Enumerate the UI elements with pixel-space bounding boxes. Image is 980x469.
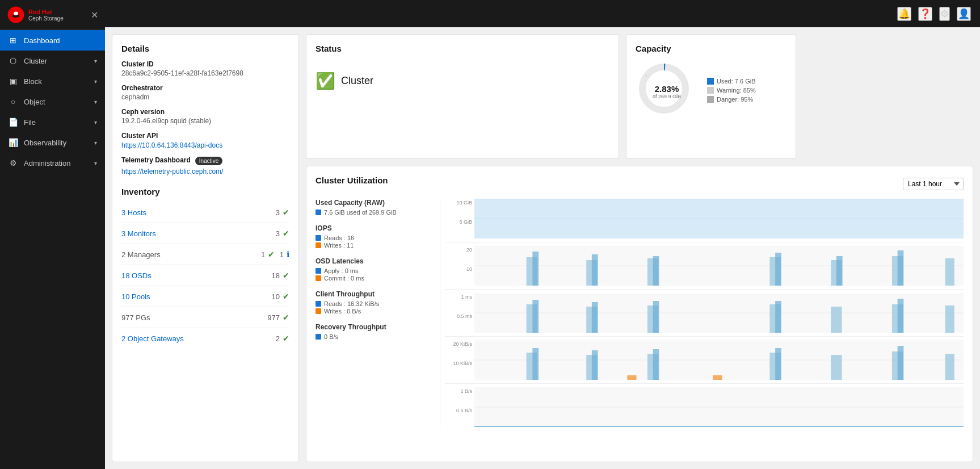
svg-rect-49	[831, 355, 842, 380]
blue-swatch	[316, 334, 321, 340]
sidebar-item-label: Cluster	[24, 57, 47, 65]
check-icon: ✔	[283, 271, 289, 280]
warning-label: Warning: 85%	[717, 87, 756, 94]
sidebar-item-block[interactable]: ▣ Block ▾	[0, 71, 105, 91]
ceph-version-value: 19.2.0-46.el9cp squid (stable)	[121, 117, 289, 125]
cluster-api-label: Cluster API	[121, 132, 289, 140]
chevron-down-icon: ▾	[94, 78, 97, 85]
metric-title: Recovery Throughput	[316, 323, 433, 331]
gateways-link[interactable]: 2 Object Gateways	[121, 334, 276, 343]
inventory-item-pools: 10 Pools 10 ✔	[121, 286, 289, 307]
telemetry-badge: Inactive	[195, 157, 222, 165]
sidebar-item-observability[interactable]: 📊 Observability ▾	[0, 132, 105, 153]
check-icon: ✔	[283, 334, 289, 343]
inventory-section: Inventory 3 Hosts 3 ✔ 3 Monitors 3 ✔	[121, 187, 289, 349]
y-label: 0.5 B/s	[445, 408, 472, 413]
danger-label: Danger: 95%	[717, 96, 753, 103]
metric-legend-writes: Writes : 11	[324, 242, 354, 249]
svg-rect-52	[945, 354, 954, 380]
orange-swatch	[316, 242, 321, 248]
chart-recovery: 1 B/s 0.5 B/s	[445, 387, 964, 427]
sidebar-item-file[interactable]: 📄 File ▾	[0, 112, 105, 132]
metric-title: Used Capacity (RAW)	[316, 199, 433, 207]
svg-rect-51	[898, 346, 904, 380]
managers-count: 1 ✔ 1 ℹ	[261, 250, 289, 259]
inventory-title: Inventory	[121, 187, 289, 196]
svg-rect-44	[713, 375, 722, 380]
latency-chart-svg	[474, 293, 964, 333]
chart-capacity: 10 GiB 5 GiB	[445, 199, 964, 242]
sidebar-item-administration[interactable]: ⚙ Administration ▾	[0, 153, 105, 173]
sidebar-close-button[interactable]: ✕	[91, 10, 98, 20]
inventory-item-managers: 2 Managers 1 ✔ 1 ℹ	[121, 244, 289, 265]
svg-rect-15	[653, 256, 659, 286]
chevron-down-icon: ▾	[94, 140, 97, 146]
y-label: 10 GiB	[445, 200, 472, 206]
sidebar-item-dashboard[interactable]: ⊞ Dashboard	[0, 30, 105, 51]
y-label: 10 KiB/s	[445, 361, 472, 366]
svg-rect-36	[945, 305, 954, 333]
blue-swatch	[316, 235, 321, 241]
sidebar-item-cluster[interactable]: ⬡ Cluster ▾	[0, 51, 105, 71]
metric-legend-reads: Reads : 16	[324, 235, 354, 241]
cluster-id-label: Cluster ID	[121, 60, 289, 68]
capacity-legend: Used: 7.6 GiB Warning: 85% Danger: 95%	[707, 78, 756, 105]
svg-rect-35	[898, 299, 904, 333]
capacity-title: Capacity	[636, 44, 786, 53]
svg-rect-40	[532, 348, 539, 380]
observability-icon: 📊	[8, 137, 18, 148]
blue-swatch	[316, 210, 321, 215]
metric-title: OSD Latencies	[316, 257, 433, 265]
utilization-title: Cluster Utilization	[316, 175, 388, 185]
global-header: 🔔 ❓ ⚙ 👤	[105, 0, 980, 27]
svg-rect-30	[653, 301, 659, 333]
sidebar-item-label: Observability	[24, 139, 66, 147]
charts-panel: 10 GiB 5 GiB	[445, 199, 964, 427]
danger-swatch	[707, 96, 714, 103]
monitors-link[interactable]: 3 Monitors	[121, 229, 276, 238]
cluster-api-group: Cluster API https://10.0.64.136:8443/api…	[121, 132, 289, 149]
pgs-label: 977 PGs	[121, 313, 267, 322]
iops-chart-svg	[474, 246, 964, 286]
y-label: 5 GiB	[445, 219, 472, 225]
settings-button[interactable]: ⚙	[939, 7, 950, 21]
brand-name: Red Hat	[28, 9, 64, 15]
cluster-api-link[interactable]: https://10.0.64.136:8443/api-docs	[121, 141, 222, 149]
osds-link[interactable]: 18 OSDs	[121, 271, 272, 280]
osds-count: 18 ✔	[272, 271, 289, 280]
time-range-select[interactable]: Last 1 hour Last 6 hours Last 24 hours L…	[903, 178, 964, 190]
metric-osd-latencies: OSD Latencies Apply : 0 ms Commit : 0 ms	[316, 257, 433, 282]
main-nav: ⊞ Dashboard ⬡ Cluster ▾ ▣ Block ▾ ○ Obje…	[0, 30, 105, 173]
sidebar-item-object[interactable]: ○ Object ▾	[0, 91, 105, 112]
hosts-count: 3 ✔	[276, 208, 289, 217]
gateways-count: 2 ✔	[276, 334, 289, 343]
user-button[interactable]: 👤	[957, 7, 971, 21]
hosts-link[interactable]: 3 Hosts	[121, 208, 276, 217]
monitors-count: 3 ✔	[276, 229, 289, 238]
managers-label: 2 Managers	[121, 250, 261, 259]
chart-iops: 20 10	[445, 246, 964, 290]
notifications-button[interactable]: 🔔	[897, 7, 911, 21]
administration-icon: ⚙	[8, 158, 18, 168]
svg-rect-13	[592, 254, 598, 286]
utilization-card: Cluster Utilization Last 1 hour Last 6 h…	[306, 166, 973, 462]
capacity-donut: 2.83% of 269.9 GiB	[636, 60, 698, 123]
telemetry-link[interactable]: https://telemetry-public.ceph.com/	[121, 168, 289, 175]
throughput-chart-svg	[474, 340, 964, 380]
warning-swatch	[707, 87, 714, 94]
sidebar-item-label: File	[24, 118, 36, 127]
dashboard-icon: ⊞	[8, 35, 18, 45]
y-label: 0.5 ms	[445, 313, 472, 319]
svg-rect-28	[592, 302, 598, 333]
inventory-item-object-gateways: 2 Object Gateways 2 ✔	[121, 328, 289, 349]
svg-rect-48	[775, 348, 781, 380]
metrics-panel: Used Capacity (RAW) 7.6 GiB used of 269.…	[316, 199, 440, 427]
help-button[interactable]: ❓	[918, 7, 932, 21]
orange-swatch	[316, 308, 321, 314]
content-area: Details Cluster ID 28c6a9c2-9505-11ef-a2…	[105, 27, 980, 469]
page-body: 🔔 ❓ ⚙ 👤 Details Cluster ID 28c6a9c2-9505…	[105, 0, 980, 469]
pools-link[interactable]: 10 Pools	[121, 292, 272, 301]
cluster-status-text: Cluster	[341, 75, 373, 87]
sidebar: Red Hat Ceph Storage ✕ ⊞ Dashboard ⬡ Clu…	[0, 0, 105, 469]
capacity-percentage: 2.83%	[653, 84, 681, 94]
